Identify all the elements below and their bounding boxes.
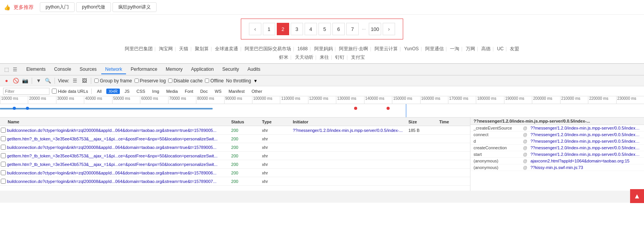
link-xiami[interactable]: 虾米 (279, 55, 288, 60)
link-yunos[interactable]: YunOS (404, 46, 419, 51)
initiator-val-4[interactable]: ??messenger/1.2.0/index-min.js.mpp-serve… (530, 152, 641, 157)
link-alibaba[interactable]: 阿里巴巴集团 (125, 46, 153, 51)
filter-media-button[interactable]: Media (164, 89, 180, 94)
page-4-button[interactable]: 4 (305, 23, 317, 35)
filter-other-button[interactable]: Other (249, 89, 265, 94)
link-aliyun[interactable]: 阿里云计算 (375, 46, 398, 51)
page-100-button[interactable]: 100 (369, 23, 381, 35)
record-button[interactable]: ● (3, 77, 10, 84)
link-uc[interactable]: UC (497, 46, 504, 51)
row-checkbox-2[interactable] (1, 145, 6, 150)
page-2-button[interactable]: 2 (277, 23, 289, 35)
view-list-button[interactable]: ☰ (72, 77, 78, 84)
link-yitao[interactable]: 一淘 (450, 46, 459, 51)
row-checkbox-5[interactable] (1, 170, 6, 175)
filter-css-button[interactable]: CSS (134, 89, 148, 94)
link-intl[interactable]: 阿里巴巴国际交易市场 (245, 46, 291, 51)
link-aliexpress[interactable]: 全球速卖通 (215, 46, 238, 51)
link-alitrip[interactable]: 阿里旅行·去啊 (339, 46, 368, 51)
table-row[interactable]: buildconnection.do?ctype=login&nkh=zql20… (0, 126, 470, 135)
tab-network[interactable]: Network (101, 65, 126, 74)
link-dingtalk[interactable]: 钉钉 (335, 55, 344, 60)
offline-label[interactable]: Offline (205, 78, 223, 84)
initiator-val-2[interactable]: ??messenger/1.2.0/index-min.js.mpp-serve… (530, 139, 641, 143)
initiator-val-6[interactable]: ??kissy-min.js.swf-min.js:73 (530, 165, 583, 170)
disable-cache-label[interactable]: Disable cache (168, 78, 203, 84)
page-1-button[interactable]: 1 (263, 23, 275, 35)
tab-elements[interactable]: Elements (22, 65, 49, 74)
scroll-up-button[interactable]: ▲ (630, 189, 644, 203)
link-tiantian[interactable]: 天天动听 (295, 55, 313, 60)
disable-cache-checkbox[interactable] (168, 79, 172, 83)
link-1688[interactable]: 1688 (297, 46, 308, 51)
table-row[interactable]: buildconnection.do?ctype=login&nkh=zql20… (0, 169, 470, 177)
row-checkbox-4[interactable] (1, 162, 6, 167)
offline-checkbox[interactable] (205, 79, 209, 83)
tab-application[interactable]: Application (187, 65, 218, 74)
filter-all-button[interactable]: All (95, 89, 104, 94)
link-wanwang[interactable]: 万网 (466, 46, 475, 51)
timeline-tick: 10000 ms (0, 96, 28, 104)
filter-font-button[interactable]: Font (182, 89, 196, 94)
link-alipay[interactable]: 支付宝 (351, 55, 365, 60)
row-checkbox-1[interactable] (1, 136, 6, 141)
tab-security[interactable]: Security (218, 65, 243, 74)
filter-input[interactable] (3, 88, 49, 95)
filter-manifest-button[interactable]: Manifest (226, 89, 247, 94)
hide-data-urls-checkbox[interactable] (52, 89, 57, 94)
link-youmeng[interactable]: 友盟 (510, 46, 519, 51)
table-row[interactable]: getItem.htm?_tb_token_=3e35ee43b5753&__a… (0, 160, 470, 169)
filter-doc-button[interactable]: Doc (198, 89, 210, 94)
inspect-icon[interactable]: ⬚ (3, 66, 10, 73)
tab-sources[interactable]: Sources (76, 65, 101, 74)
tab-memory[interactable]: Memory (162, 65, 186, 74)
initiator-val-0[interactable]: ??messenger/1.2.0/index-min.js.mpp-serve… (530, 126, 641, 130)
filter-xhr-button[interactable]: XHR (106, 89, 120, 94)
page-3-button[interactable]: 3 (291, 23, 303, 35)
initiator-val-3[interactable]: ??messenger/1.2.0/index-min.js.mpp-serve… (530, 145, 641, 150)
page-5-button[interactable]: 5 (319, 23, 331, 35)
preserve-log-label[interactable]: Preserve log (135, 78, 166, 84)
view-screenshot-button[interactable]: 🖼 (81, 77, 88, 84)
filter-js-button[interactable]: JS (122, 89, 132, 94)
initiator-val-5[interactable]: ajaxconn2.html?appId=1064&domain=taobao.… (530, 159, 629, 163)
filter-button[interactable]: ▼ (35, 77, 42, 84)
filter-ws-button[interactable]: WS (212, 89, 224, 94)
page-7-button[interactable]: 7 (346, 23, 359, 35)
link-tmall[interactable]: 天猫 (179, 46, 188, 51)
prev-page-button[interactable]: ‹ (249, 23, 261, 35)
table-row[interactable]: getItem.htm?_tb_token_=3e35ee43b5753&__a… (0, 152, 470, 160)
group-by-frame-label[interactable]: Group by frame (94, 78, 132, 84)
topbar-tab-python入门[interactable]: python入门 (40, 2, 75, 12)
device-icon[interactable]: ☰ (12, 66, 19, 73)
table-row[interactable]: getItem.htm?_tb_token_=3e35ee43b5753&__a… (0, 135, 470, 143)
link-juhuasuan[interactable]: 聚划算 (195, 46, 209, 51)
table-row[interactable]: buildconnection.do?ctype=login&nkh=zql20… (0, 177, 470, 186)
group-by-frame-checkbox[interactable] (94, 79, 99, 83)
preserve-log-checkbox[interactable] (135, 79, 139, 83)
tab-audits[interactable]: Audits (244, 65, 264, 74)
more-recommend-label[interactable]: 更多推荐 (14, 4, 34, 11)
link-alimama[interactable]: 阿里妈妈 (314, 46, 333, 51)
next-page-button[interactable]: › (383, 23, 395, 35)
topbar-tab-疯狂python讲义[interactable]: 疯狂python讲义 (112, 2, 157, 12)
page-6-button[interactable]: 6 (332, 23, 345, 35)
link-gaode[interactable]: 高德 (481, 46, 491, 51)
initiator-val-1[interactable]: ??messenger/1.2.0/index-min.js.mpp-serve… (530, 132, 641, 137)
link-alitelecom[interactable]: 阿里通信 (425, 46, 444, 51)
camera-button[interactable]: 📷 (22, 77, 29, 84)
link-taobao[interactable]: 淘宝网 (159, 46, 173, 51)
row-checkbox-0[interactable] (1, 128, 6, 133)
filter-img-button[interactable]: Img (150, 89, 162, 94)
topbar-tab-python代做[interactable]: python代做 (76, 2, 111, 12)
throttle-dropdown-icon[interactable]: ▼ (253, 79, 257, 83)
row-checkbox-3[interactable] (1, 153, 6, 158)
tab-console[interactable]: Console (50, 65, 75, 74)
search-button[interactable]: 🔍 (44, 77, 51, 84)
clear-button[interactable]: 🚫 (12, 77, 19, 84)
link-laiwang[interactable]: 来往 (320, 55, 329, 60)
hide-data-urls-label[interactable]: Hide data URLs (52, 89, 88, 94)
row-checkbox-6[interactable] (1, 179, 6, 184)
table-row[interactable]: buildconnection.do?ctype=login&nkh=zql20… (0, 143, 470, 152)
tab-performance[interactable]: Performance (127, 65, 161, 74)
